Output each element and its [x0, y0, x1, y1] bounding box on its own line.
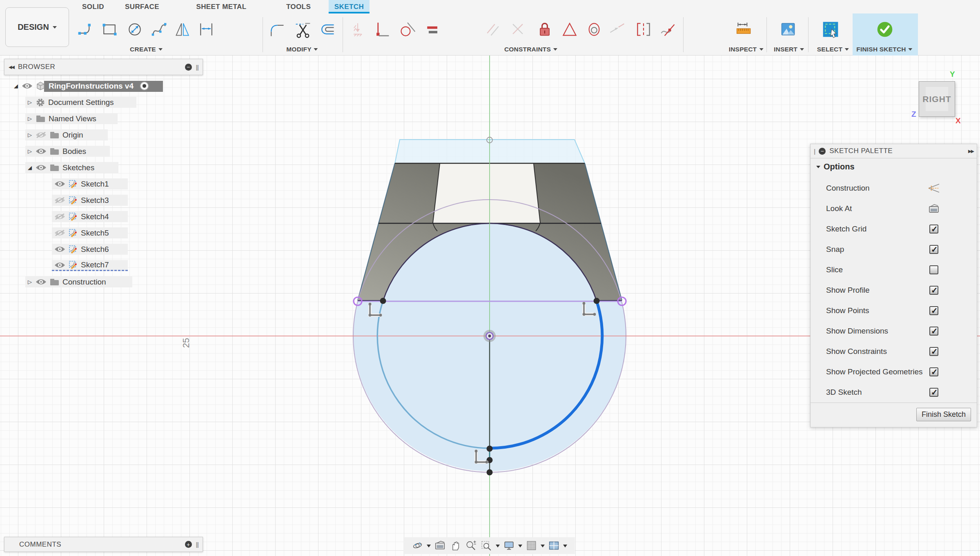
panel-minus-icon[interactable]: −	[185, 64, 192, 71]
tab-solid[interactable]: SOLID	[76, 0, 110, 13]
panel-grip[interactable]: ||	[196, 541, 198, 548]
horizontal-vertical-constraint[interactable]	[372, 20, 391, 39]
select-group[interactable]: SELECT	[817, 44, 849, 54]
mirror-tool[interactable]	[174, 20, 192, 39]
collapsed-icon[interactable]: ▷	[27, 116, 33, 122]
browser-item-sketches[interactable]: ◢ Sketches	[25, 162, 118, 173]
tab-tools[interactable]: TOOLS	[281, 0, 316, 13]
browser-panel-header[interactable]: ◀◀ BROWSER − ||	[4, 59, 203, 75]
sketch-palette-header[interactable]: | − SKETCH PALETTE ▶▶	[811, 144, 977, 158]
collinear-constraint[interactable]	[608, 20, 626, 39]
rectangle-tool[interactable]	[100, 20, 119, 39]
tab-sheet-metal[interactable]: SHEET METAL	[190, 0, 252, 13]
select-tool[interactable]	[821, 20, 840, 39]
symmetry-constraint[interactable]	[634, 20, 653, 39]
visibility-eye-icon[interactable]	[54, 213, 65, 220]
panel-minus-icon[interactable]: −	[819, 148, 826, 155]
sketch-point[interactable]	[594, 298, 600, 304]
equal-constraint[interactable]	[423, 20, 442, 39]
orbit-icon[interactable]	[411, 539, 424, 552]
visibility-eye-icon[interactable]	[54, 262, 65, 269]
visibility-eye-icon[interactable]	[22, 82, 33, 89]
expand-panel-icon[interactable]: ▶▶	[968, 149, 973, 154]
visibility-eye-icon[interactable]	[54, 197, 65, 204]
tab-sketch[interactable]: SKETCH	[329, 0, 370, 13]
visibility-eye-icon[interactable]	[36, 131, 47, 138]
browser-sketch-row[interactable]: Sketch3	[52, 195, 128, 206]
line-tool[interactable]	[76, 20, 95, 39]
browser-root-row[interactable]: ◢ RingForInstructions v4	[13, 80, 149, 91]
sketch-grid-checkbox[interactable]	[929, 225, 938, 234]
fillet-tool[interactable]	[267, 20, 286, 39]
browser-sketch-row[interactable]: Sketch1	[52, 178, 128, 189]
browser-sketch-row-active[interactable]: Sketch7	[52, 260, 128, 271]
insert-group[interactable]: INSERT	[774, 44, 804, 54]
show-points-checkbox[interactable]	[929, 306, 938, 315]
browser-item-document-settings[interactable]: ▷ Document Settings	[25, 97, 136, 108]
finish-sketch-palette-button[interactable]: Finish Sketch	[916, 408, 971, 421]
show-dimensions-checkbox[interactable]	[929, 327, 938, 336]
browser-sketch-row[interactable]: Sketch6	[52, 244, 128, 255]
sketch-point[interactable]	[487, 469, 493, 476]
insert-image-tool[interactable]	[779, 20, 797, 39]
collapsed-icon[interactable]: ▷	[27, 99, 33, 105]
collapsed-icon[interactable]: ▷	[27, 148, 33, 154]
viewports-icon[interactable]	[548, 539, 560, 552]
finish-sketch-group[interactable]: FINISH SKETCH	[856, 44, 912, 54]
inspect-group[interactable]: INSPECT	[729, 44, 764, 54]
chevron-down-icon[interactable]	[496, 545, 500, 549]
zoom-icon[interactable]	[465, 539, 477, 552]
zoom-window-icon[interactable]	[480, 539, 493, 552]
options-section-header[interactable]: Options	[816, 162, 855, 171]
chevron-down-icon[interactable]	[518, 545, 522, 549]
modify-group[interactable]: MODIFY	[286, 44, 318, 54]
spline-tool[interactable]	[150, 20, 169, 39]
show-constraints-checkbox[interactable]	[929, 347, 938, 356]
browser-sketch-row[interactable]: Sketch5	[52, 227, 128, 238]
curvature-constraint[interactable]	[658, 20, 677, 39]
collapsed-icon[interactable]: ▷	[27, 132, 33, 138]
expanded-icon[interactable]: ◢	[13, 83, 19, 89]
browser-item-origin[interactable]: ▷ Origin	[25, 129, 108, 140]
view-cube-face-right[interactable]: RIGHT	[919, 81, 955, 117]
panel-grip[interactable]: ||	[196, 64, 198, 71]
collapsed-icon[interactable]: ▷	[27, 279, 33, 285]
offset-tool[interactable]	[318, 20, 336, 39]
pan-hand-icon[interactable]	[449, 539, 462, 552]
trim-tool[interactable]	[293, 20, 312, 39]
slice-checkbox[interactable]	[929, 265, 938, 274]
browser-item-construction[interactable]: ▷ Construction	[25, 276, 132, 287]
show-profile-checkbox[interactable]	[929, 286, 938, 295]
visibility-eye-icon[interactable]	[36, 148, 47, 155]
fixed-constraint[interactable]	[350, 20, 366, 39]
comments-panel-header[interactable]: COMMENTS + ||	[4, 537, 203, 552]
parallel-constraint[interactable]	[484, 20, 503, 39]
visibility-eye-icon[interactable]	[54, 180, 65, 187]
browser-sketch-row[interactable]: Sketch4	[52, 211, 128, 222]
workspace-switcher[interactable]: DESIGN	[5, 7, 69, 47]
finish-sketch-button[interactable]	[875, 20, 894, 39]
activate-component-radio[interactable]	[140, 81, 149, 91]
measure-tool[interactable]	[735, 20, 753, 39]
chevron-down-icon[interactable]	[541, 545, 545, 549]
visibility-eye-icon[interactable]	[54, 246, 65, 253]
view-cube[interactable]: RIGHT Y Z X	[918, 80, 959, 123]
tab-surface[interactable]: SURFACE	[119, 0, 165, 13]
grid-settings-icon[interactable]	[525, 539, 538, 552]
lock-constraint[interactable]	[535, 20, 554, 39]
sketch-point[interactable]	[487, 446, 493, 452]
browser-item-bodies[interactable]: ▷ Bodies	[25, 146, 110, 157]
show-projected-geometries-checkbox[interactable]	[929, 367, 938, 376]
circle-tool[interactable]	[125, 20, 144, 39]
origin-point[interactable]	[483, 330, 496, 342]
create-group[interactable]: CREATE	[130, 44, 163, 54]
chevron-down-icon[interactable]	[427, 545, 431, 549]
construction-line-icon[interactable]	[928, 183, 940, 193]
concentric-constraint[interactable]	[585, 20, 604, 39]
browser-item-named-views[interactable]: ▷ Named Views	[25, 113, 118, 124]
3d-sketch-checkbox[interactable]	[929, 388, 938, 397]
panel-grip[interactable]: |	[814, 148, 815, 155]
expanded-icon[interactable]: ◢	[27, 165, 33, 171]
display-settings-icon[interactable]	[503, 539, 515, 552]
chevron-down-icon[interactable]	[563, 545, 567, 549]
